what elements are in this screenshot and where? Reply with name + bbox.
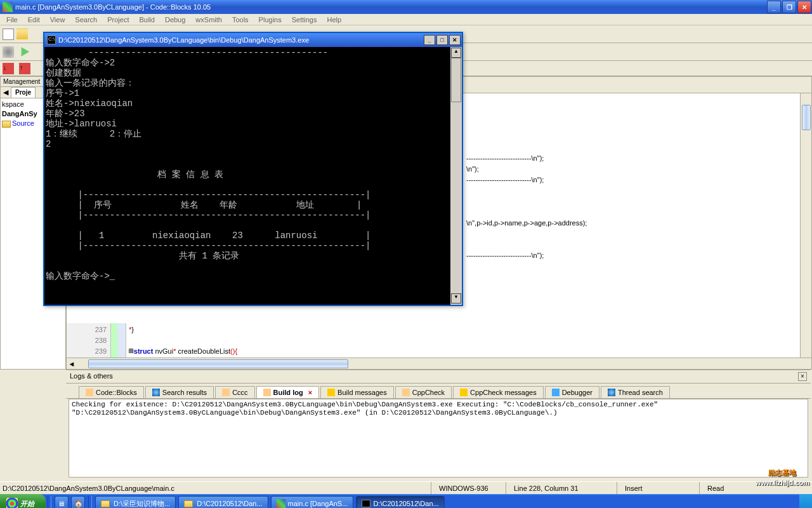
tab-cppcheckmsg[interactable]: CppCheck messages	[453, 386, 544, 398]
console-minimize[interactable]: _	[424, 35, 435, 45]
main-titlebar: main.c [DangAnSystem3.0ByCLanguage] - Co…	[0, 0, 812, 14]
log-icon	[402, 389, 410, 396]
console-scrollbar[interactable]: ▲ ▼	[450, 47, 462, 305]
warning-icon	[327, 389, 335, 396]
window-title: main.c [DangAnSystem3.0ByCLanguage] - Co…	[15, 3, 211, 11]
minimize-button[interactable]: _	[767, 1, 781, 13]
task-3[interactable]: main.c [DangAnS...	[271, 496, 354, 508]
folder-icon	[184, 500, 193, 507]
bug-icon	[552, 389, 560, 396]
console-title: D:\C20120512\DangAnSystem3.0ByCLanguage\…	[58, 36, 309, 44]
tab-buildmsg[interactable]: Build messages	[320, 386, 394, 398]
maximize-button[interactable]: ❐	[782, 1, 796, 13]
status-position: Line 228, Column 31	[506, 482, 617, 494]
tab-search[interactable]: Search results	[145, 386, 214, 398]
app-icon	[3, 2, 13, 12]
console-titlebar[interactable]: C:\ D:\C20120512\DangAnSystem3.0ByCLangu…	[44, 33, 462, 47]
console-close[interactable]: ✕	[449, 35, 461, 45]
menu-debug[interactable]: Debug	[161, 16, 189, 23]
windows-icon	[6, 498, 18, 508]
logs-panel: Logs & others × Code::Blocks Search resu…	[66, 370, 811, 480]
menu-build[interactable]: Build	[135, 16, 158, 23]
build-log-content[interactable]: Checking for existence: D:\C20120512\Dan…	[69, 399, 808, 478]
tab-projects[interactable]: Proje	[11, 87, 36, 98]
taskbar: 开始 🖥 🏠 D:\采臣知识博物... D:\C20120512\Dan... …	[0, 494, 812, 508]
logs-tabs: Code::Blocks Search results Cccc Build l…	[66, 384, 811, 399]
codeblocks-icon	[277, 499, 285, 508]
console-icon: C:\	[47, 36, 56, 44]
line-gutter: 237238239	[67, 323, 111, 358]
logs-close-button[interactable]: ×	[798, 372, 807, 381]
menu-settings[interactable]: Settings	[288, 16, 321, 23]
log-icon	[222, 389, 230, 396]
gear-icon[interactable]	[3, 46, 14, 58]
toggle-2-icon[interactable]: ↑	[19, 63, 30, 74]
fold-margin[interactable]	[117, 323, 126, 358]
menu-file[interactable]: File	[3, 16, 22, 23]
tab-cppcheck[interactable]: CppCheck	[395, 386, 452, 398]
open-file-icon[interactable]	[16, 29, 28, 40]
menu-view[interactable]: View	[46, 16, 69, 23]
logs-header: Logs & others ×	[66, 370, 811, 384]
warning-icon	[460, 389, 468, 396]
menu-plugins[interactable]: Plugins	[255, 16, 285, 23]
quicklaunch-2[interactable]: 🏠	[71, 496, 85, 508]
toggle-1-icon[interactable]: ↓	[3, 63, 14, 74]
quicklaunch-1[interactable]: 🖥	[55, 496, 69, 508]
tab-debugger[interactable]: Debugger	[545, 386, 599, 398]
new-file-icon[interactable]	[3, 29, 14, 40]
search-icon	[608, 389, 615, 396]
task-2[interactable]: D:\C20120512\Dan...	[178, 496, 268, 508]
marker-margin	[111, 323, 117, 358]
window-buttons: _ ❐ ✕	[766, 0, 812, 14]
status-encoding: WINDOWS-936	[431, 482, 506, 494]
horizontal-scrollbar[interactable]: ◄	[67, 358, 811, 369]
menu-wxsmith[interactable]: wxSmith	[192, 16, 226, 23]
system-tray[interactable]	[799, 494, 812, 508]
status-path: D:\C20120512\DangAnSystem3.0ByCLanguage\…	[3, 485, 431, 492]
menu-project[interactable]: Project	[103, 16, 133, 23]
menu-search[interactable]: Search	[71, 16, 101, 23]
folder-icon	[101, 500, 110, 507]
log-icon	[86, 389, 93, 396]
tab-buildlog[interactable]: Build log	[256, 386, 319, 398]
console-maximize[interactable]: □	[436, 35, 448, 45]
run-icon[interactable]	[19, 46, 30, 58]
task-1[interactable]: D:\采臣知识博物...	[95, 496, 176, 508]
code-content[interactable]: *} ⊞struct nvGui* createDoubleList(){	[126, 323, 811, 358]
console-icon	[362, 500, 370, 507]
tab-codeblocks[interactable]: Code::Blocks	[79, 386, 144, 398]
statusbar: D:\C20120512\DangAnSystem3.0ByCLanguage\…	[0, 481, 812, 494]
vertical-scrollbar[interactable]	[800, 93, 811, 358]
status-mode: Insert	[617, 482, 699, 494]
tab-threadsearch[interactable]: Thread search	[601, 386, 670, 398]
menu-help[interactable]: Help	[323, 16, 345, 23]
close-button[interactable]: ✕	[797, 1, 811, 13]
menubar: File Edit View Search Project Build Debu…	[0, 14, 812, 25]
menu-edit[interactable]: Edit	[24, 16, 44, 23]
watermark: 励志基地 www.lizhijd.com	[756, 467, 809, 488]
start-button[interactable]: 开始	[0, 494, 46, 508]
menu-tools[interactable]: Tools	[228, 16, 252, 23]
log-icon	[263, 389, 271, 396]
tab-cccc[interactable]: Cccc	[215, 386, 254, 398]
folder-icon	[2, 121, 11, 128]
task-4[interactable]: D:\C20120512\Dan...	[356, 496, 444, 508]
console-window: C:\ D:\C20120512\DangAnSystem3.0ByCLangu…	[43, 32, 463, 306]
search-icon	[152, 389, 160, 396]
console-output[interactable]: ----------------------------------------…	[44, 47, 450, 305]
